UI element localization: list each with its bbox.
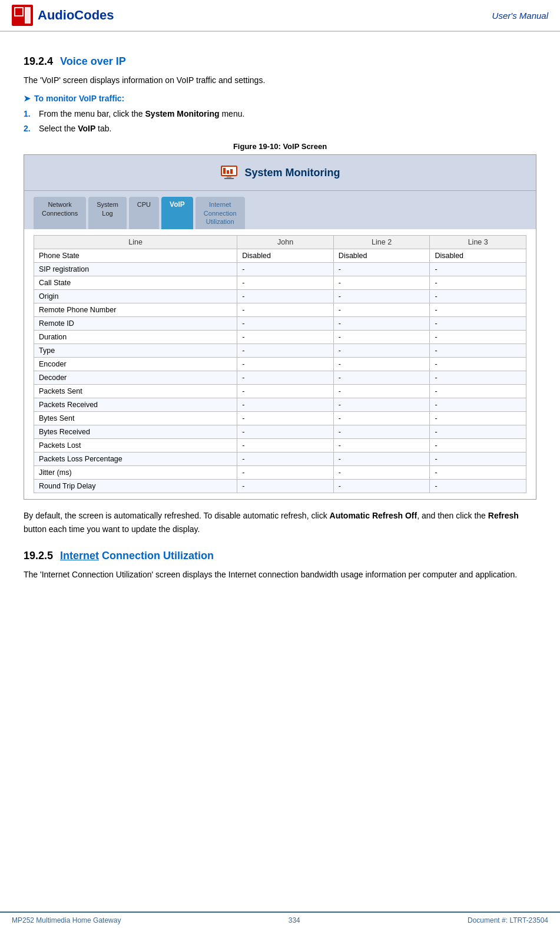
- cell-line3: -: [430, 425, 526, 439]
- tab-voip[interactable]: VoIP: [161, 197, 193, 229]
- cell-label: Type: [34, 344, 237, 358]
- cell-label: Bytes Received: [34, 425, 237, 439]
- page-footer: MP252 Multimedia Home Gateway 334 Docume…: [0, 912, 560, 928]
- section-1924-number: 19.2.4: [24, 55, 53, 68]
- table-row: Duration - - -: [34, 331, 526, 344]
- cell-line2: -: [333, 466, 430, 480]
- voip-screen-mockup: System Monitoring Network Connections Sy…: [24, 154, 536, 500]
- cell-label: Origin: [34, 290, 237, 303]
- cell-line2: -: [333, 480, 430, 493]
- cell-john: -: [237, 290, 334, 303]
- footer-right: Document #: LTRT-23504: [468, 916, 548, 924]
- cell-line2: -: [333, 276, 430, 290]
- section-1925-heading: 19.2.5 Internet Connection Utilization: [24, 550, 536, 562]
- cell-label: Bytes Sent: [34, 412, 237, 425]
- after-text: By default, the screen is automatically …: [24, 509, 536, 536]
- cell-line2: -: [333, 331, 430, 344]
- footer-left: MP252 Multimedia Home Gateway: [12, 916, 121, 924]
- tab-network-connections[interactable]: Network Connections: [34, 197, 86, 229]
- svg-marker-2: [15, 8, 22, 15]
- cell-line2: -: [333, 398, 430, 412]
- sm-header: System Monitoring: [24, 155, 536, 191]
- section-1925-number: 19.2.5: [24, 550, 53, 562]
- svg-rect-8: [230, 169, 233, 174]
- tab-internet-connection[interactable]: Internet Connection Utilization: [195, 197, 245, 229]
- cell-line2: -: [333, 371, 430, 385]
- cell-line3: -: [430, 290, 526, 303]
- table-row: Type - - -: [34, 344, 526, 358]
- cell-line2: Disabled: [333, 249, 430, 263]
- footer-center: 334: [289, 916, 300, 924]
- cell-john: -: [237, 344, 334, 358]
- table-row: Packets Sent - - -: [34, 385, 526, 398]
- sub-heading-text: To monitor VoIP traffic:: [34, 94, 124, 103]
- audiocodes-logo-icon: [12, 5, 33, 26]
- cell-john: -: [237, 358, 334, 371]
- figure-caption: Figure 19-10: VoIP Screen: [24, 142, 536, 151]
- cell-john: -: [237, 263, 334, 276]
- cell-line3: -: [430, 385, 526, 398]
- step-1-num: 1.: [24, 108, 34, 120]
- cell-john: -: [237, 453, 334, 466]
- cell-label: Decoder: [34, 371, 237, 385]
- step-2-num: 2.: [24, 123, 34, 135]
- col-header-line2: Line 2: [333, 236, 430, 249]
- cell-line3: -: [430, 317, 526, 331]
- table-row: Bytes Sent - - -: [34, 412, 526, 425]
- section-1925-title-post: Connection Utilization: [102, 550, 214, 562]
- cell-line3: -: [430, 303, 526, 317]
- cell-label: Call State: [34, 276, 237, 290]
- cell-line2: -: [333, 453, 430, 466]
- cell-john: -: [237, 425, 334, 439]
- table-row: Jitter (ms) - - -: [34, 466, 526, 480]
- cell-line2: -: [333, 358, 430, 371]
- step-2: 2. Select the VoIP tab.: [24, 123, 536, 135]
- table-row: Origin - - -: [34, 290, 526, 303]
- cell-line2: -: [333, 385, 430, 398]
- svg-rect-3: [25, 7, 31, 24]
- table-row: Bytes Received - - -: [34, 425, 526, 439]
- table-row: SIP registration - - -: [34, 263, 526, 276]
- sub-heading-monitor: ➤ To monitor VoIP traffic:: [24, 94, 536, 103]
- cell-line3: -: [430, 412, 526, 425]
- cell-label: Packets Received: [34, 398, 237, 412]
- cell-line3: -: [430, 398, 526, 412]
- logo-area: AudioCodes: [12, 5, 114, 26]
- section-1925-body: The 'Internet Connection Utilization' sc…: [24, 568, 536, 581]
- cell-line2: -: [333, 425, 430, 439]
- cell-label: Jitter (ms): [34, 466, 237, 480]
- table-row: Packets Loss Percentage - - -: [34, 453, 526, 466]
- table-row: Phone State Disabled Disabled Disabled: [34, 249, 526, 263]
- cell-line2: -: [333, 412, 430, 425]
- cell-line3: -: [430, 439, 526, 453]
- cell-line3: -: [430, 466, 526, 480]
- cell-label: Remote ID: [34, 317, 237, 331]
- table-row: Encoder - - -: [34, 358, 526, 371]
- table-row: Remote Phone Number - - -: [34, 303, 526, 317]
- cell-john: -: [237, 331, 334, 344]
- cell-john: -: [237, 385, 334, 398]
- table-row: Call State - - -: [34, 276, 526, 290]
- cell-john: -: [237, 398, 334, 412]
- cell-john: -: [237, 480, 334, 493]
- cell-label: Duration: [34, 331, 237, 344]
- cell-line3: -: [430, 263, 526, 276]
- col-header-line: Line: [34, 236, 237, 249]
- cell-line3: -: [430, 344, 526, 358]
- tab-system-log[interactable]: System Log: [88, 197, 127, 229]
- page-header: AudioCodes User's Manual: [0, 0, 560, 32]
- tab-cpu[interactable]: CPU: [129, 197, 159, 229]
- cell-label: Remote Phone Number: [34, 303, 237, 317]
- cell-line3: -: [430, 358, 526, 371]
- cell-line2: -: [333, 344, 430, 358]
- svg-rect-10: [224, 178, 234, 179]
- table-header-row: Line John Line 2 Line 3: [34, 236, 526, 249]
- cell-line3: -: [430, 453, 526, 466]
- col-header-john: John: [237, 236, 334, 249]
- cell-label: Packets Loss Percentage: [34, 453, 237, 466]
- cell-label: Phone State: [34, 249, 237, 263]
- cell-label: Packets Sent: [34, 385, 237, 398]
- cell-john: -: [237, 317, 334, 331]
- voip-table-area: Line John Line 2 Line 3 Phone State Disa…: [24, 229, 536, 499]
- table-row: Packets Lost - - -: [34, 439, 526, 453]
